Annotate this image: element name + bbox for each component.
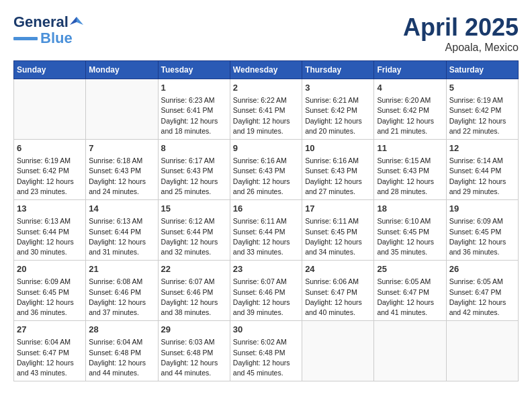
day-info: Sunrise: 6:05 AM Sunset: 6:47 PM Dayligh… <box>449 277 515 318</box>
week-row-5: 27Sunrise: 6:04 AM Sunset: 6:47 PM Dayli… <box>14 321 519 381</box>
day-info: Sunrise: 6:19 AM Sunset: 6:42 PM Dayligh… <box>17 156 83 197</box>
day-number: 17 <box>305 203 371 215</box>
day-number: 25 <box>377 263 443 275</box>
day-number: 22 <box>161 263 227 275</box>
day-number: 4 <box>377 82 443 94</box>
day-info: Sunrise: 6:16 AM Sunset: 6:43 PM Dayligh… <box>233 156 299 197</box>
day-number: 5 <box>449 82 515 94</box>
svg-marker-1 <box>70 17 77 25</box>
calendar-cell: 7Sunrise: 6:18 AM Sunset: 6:43 PM Daylig… <box>86 140 158 200</box>
header-thursday: Thursday <box>302 61 374 79</box>
day-info: Sunrise: 6:05 AM Sunset: 6:47 PM Dayligh… <box>377 277 443 318</box>
header-sunday: Sunday <box>14 61 86 79</box>
day-number: 3 <box>305 82 371 94</box>
logo-blue: Blue <box>40 30 73 47</box>
day-info: Sunrise: 6:13 AM Sunset: 6:44 PM Dayligh… <box>17 216 83 257</box>
calendar-cell: 28Sunrise: 6:04 AM Sunset: 6:48 PM Dayli… <box>86 321 158 381</box>
day-info: Sunrise: 6:08 AM Sunset: 6:46 PM Dayligh… <box>89 277 154 318</box>
title-block: April 2025 Apoala, Mexico <box>403 13 519 54</box>
main-title: April 2025 <box>403 13 519 42</box>
day-number: 24 <box>305 263 371 275</box>
day-number: 7 <box>89 142 154 154</box>
day-info: Sunrise: 6:21 AM Sunset: 6:42 PM Dayligh… <box>305 95 371 136</box>
day-info: Sunrise: 6:20 AM Sunset: 6:42 PM Dayligh… <box>377 95 443 136</box>
calendar-cell: 15Sunrise: 6:12 AM Sunset: 6:44 PM Dayli… <box>158 200 230 261</box>
day-info: Sunrise: 6:13 AM Sunset: 6:44 PM Dayligh… <box>89 216 154 257</box>
calendar-cell <box>14 79 86 140</box>
day-number: 18 <box>377 203 443 215</box>
calendar-cell: 8Sunrise: 6:17 AM Sunset: 6:43 PM Daylig… <box>158 140 230 200</box>
day-number: 1 <box>161 82 227 94</box>
calendar-cell <box>86 79 158 140</box>
svg-marker-0 <box>77 17 83 25</box>
calendar-cell: 30Sunrise: 6:02 AM Sunset: 6:48 PM Dayli… <box>230 321 302 381</box>
day-number: 15 <box>161 203 227 215</box>
day-info: Sunrise: 6:19 AM Sunset: 6:42 PM Dayligh… <box>449 95 515 136</box>
header-saturday: Saturday <box>446 61 518 79</box>
calendar-cell: 22Sunrise: 6:07 AM Sunset: 6:46 PM Dayli… <box>158 261 230 321</box>
logo-underline <box>13 37 38 40</box>
day-info: Sunrise: 6:06 AM Sunset: 6:47 PM Dayligh… <box>305 277 371 318</box>
header-monday: Monday <box>86 61 158 79</box>
calendar-cell: 10Sunrise: 6:16 AM Sunset: 6:43 PM Dayli… <box>302 140 374 200</box>
calendar-cell: 26Sunrise: 6:05 AM Sunset: 6:47 PM Dayli… <box>446 261 518 321</box>
calendar-cell: 9Sunrise: 6:16 AM Sunset: 6:43 PM Daylig… <box>230 140 302 200</box>
day-info: Sunrise: 6:12 AM Sunset: 6:44 PM Dayligh… <box>161 216 227 257</box>
day-number: 2 <box>233 82 299 94</box>
day-number: 20 <box>17 263 83 275</box>
day-number: 21 <box>89 263 154 275</box>
calendar-cell: 18Sunrise: 6:10 AM Sunset: 6:45 PM Dayli… <box>374 200 446 261</box>
calendar-cell <box>446 321 518 381</box>
day-info: Sunrise: 6:23 AM Sunset: 6:41 PM Dayligh… <box>161 95 227 136</box>
header-tuesday: Tuesday <box>158 61 230 79</box>
day-number: 19 <box>449 203 515 215</box>
day-info: Sunrise: 6:07 AM Sunset: 6:46 PM Dayligh… <box>233 277 299 318</box>
calendar-cell: 24Sunrise: 6:06 AM Sunset: 6:47 PM Dayli… <box>302 261 374 321</box>
header-row: SundayMondayTuesdayWednesdayThursdayFrid… <box>14 61 519 79</box>
day-info: Sunrise: 6:04 AM Sunset: 6:47 PM Dayligh… <box>17 337 83 378</box>
week-row-1: 1Sunrise: 6:23 AM Sunset: 6:41 PM Daylig… <box>14 79 519 140</box>
day-info: Sunrise: 6:15 AM Sunset: 6:43 PM Dayligh… <box>377 156 443 197</box>
calendar-cell: 2Sunrise: 6:22 AM Sunset: 6:41 PM Daylig… <box>230 79 302 140</box>
logo-general: General <box>13 13 69 31</box>
day-number: 11 <box>377 142 443 154</box>
day-info: Sunrise: 6:10 AM Sunset: 6:45 PM Dayligh… <box>377 216 443 257</box>
calendar-cell: 19Sunrise: 6:09 AM Sunset: 6:45 PM Dayli… <box>446 200 518 261</box>
day-number: 16 <box>233 203 299 215</box>
calendar-cell: 14Sunrise: 6:13 AM Sunset: 6:44 PM Dayli… <box>86 200 158 261</box>
calendar-cell: 17Sunrise: 6:11 AM Sunset: 6:45 PM Dayli… <box>302 200 374 261</box>
logo-bird-icon <box>70 15 83 29</box>
day-number: 30 <box>233 324 299 336</box>
calendar-cell: 13Sunrise: 6:13 AM Sunset: 6:44 PM Dayli… <box>14 200 86 261</box>
week-row-3: 13Sunrise: 6:13 AM Sunset: 6:44 PM Dayli… <box>14 200 519 261</box>
day-info: Sunrise: 6:07 AM Sunset: 6:46 PM Dayligh… <box>161 277 227 318</box>
subtitle: Apoala, Mexico <box>403 42 519 54</box>
calendar-cell: 25Sunrise: 6:05 AM Sunset: 6:47 PM Dayli… <box>374 261 446 321</box>
day-info: Sunrise: 6:09 AM Sunset: 6:45 PM Dayligh… <box>449 216 515 257</box>
day-number: 9 <box>233 142 299 154</box>
week-row-4: 20Sunrise: 6:09 AM Sunset: 6:45 PM Dayli… <box>14 261 519 321</box>
day-number: 23 <box>233 263 299 275</box>
day-info: Sunrise: 6:18 AM Sunset: 6:43 PM Dayligh… <box>89 156 154 197</box>
calendar-cell: 16Sunrise: 6:11 AM Sunset: 6:44 PM Dayli… <box>230 200 302 261</box>
calendar-cell: 6Sunrise: 6:19 AM Sunset: 6:42 PM Daylig… <box>14 140 86 200</box>
calendar-cell: 4Sunrise: 6:20 AM Sunset: 6:42 PM Daylig… <box>374 79 446 140</box>
day-number: 12 <box>449 142 515 154</box>
calendar-cell: 1Sunrise: 6:23 AM Sunset: 6:41 PM Daylig… <box>158 79 230 140</box>
calendar-body: 1Sunrise: 6:23 AM Sunset: 6:41 PM Daylig… <box>14 79 519 381</box>
calendar-header: SundayMondayTuesdayWednesdayThursdayFrid… <box>14 61 519 79</box>
day-number: 27 <box>17 324 83 336</box>
day-number: 13 <box>17 203 83 215</box>
day-number: 10 <box>305 142 371 154</box>
day-info: Sunrise: 6:11 AM Sunset: 6:44 PM Dayligh… <box>233 216 299 257</box>
day-number: 28 <box>89 324 154 336</box>
calendar-cell <box>302 321 374 381</box>
calendar-cell: 3Sunrise: 6:21 AM Sunset: 6:42 PM Daylig… <box>302 79 374 140</box>
day-number: 8 <box>161 142 227 154</box>
day-info: Sunrise: 6:22 AM Sunset: 6:41 PM Dayligh… <box>233 95 299 136</box>
day-info: Sunrise: 6:09 AM Sunset: 6:45 PM Dayligh… <box>17 277 83 318</box>
day-number: 14 <box>89 203 154 215</box>
calendar-cell: 29Sunrise: 6:03 AM Sunset: 6:48 PM Dayli… <box>158 321 230 381</box>
calendar-cell: 5Sunrise: 6:19 AM Sunset: 6:42 PM Daylig… <box>446 79 518 140</box>
day-number: 26 <box>449 263 515 275</box>
